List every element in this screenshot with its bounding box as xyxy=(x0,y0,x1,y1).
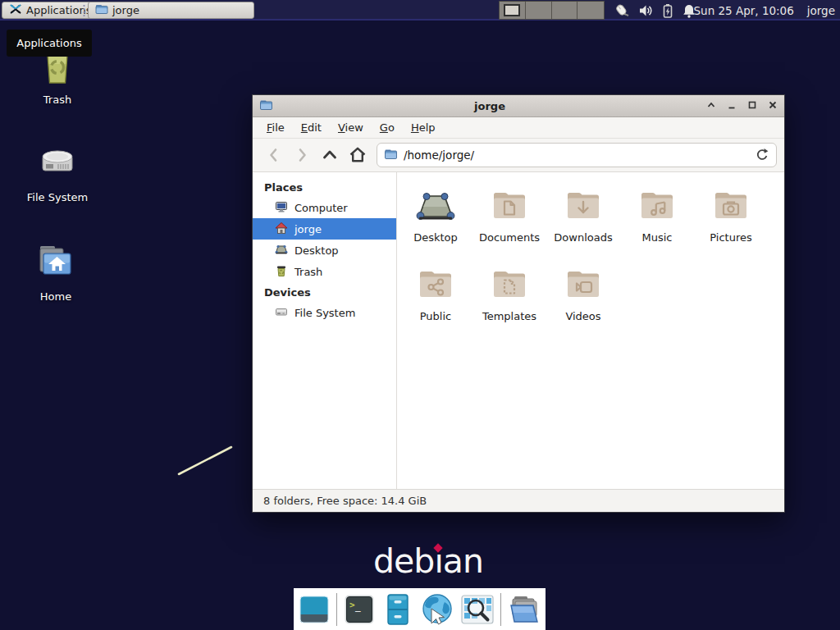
folder-videos-icon xyxy=(562,264,605,306)
sidebar: Places Computer xyxy=(253,172,397,489)
sidebar-item-jorge[interactable]: jorge xyxy=(253,218,396,240)
app-finder-launcher[interactable] xyxy=(460,592,495,627)
home-folder-icon xyxy=(34,241,77,285)
debian-text-post: an xyxy=(443,541,483,581)
menu-file[interactable]: File xyxy=(259,118,292,137)
sidebar-item-label: jorge xyxy=(294,223,322,235)
desktop-icon-label: Home xyxy=(40,290,71,303)
file-label: Pictures xyxy=(710,231,751,244)
show-desktop-icon xyxy=(298,593,331,626)
battery-tray-icon[interactable] xyxy=(662,3,673,21)
folder-documents-icon xyxy=(488,185,531,227)
file-item-downloads[interactable]: Downloads xyxy=(546,184,620,262)
taskbar-folder-icon xyxy=(95,2,108,18)
file-item-documents[interactable]: Documents xyxy=(472,184,546,262)
folder-icon xyxy=(507,593,541,626)
folder-pictures-icon xyxy=(710,185,752,227)
trash-icon xyxy=(275,264,288,280)
taskbar-window-button[interactable]: jorge xyxy=(88,2,254,19)
applications-tooltip: Applications xyxy=(7,30,92,57)
sidebar-item-label: Desktop xyxy=(294,244,339,257)
pager-window-thumb xyxy=(504,4,520,16)
desktop-icon xyxy=(414,185,457,227)
file-manager-launcher[interactable] xyxy=(381,592,414,627)
file-label: Music xyxy=(642,231,673,244)
file-item-music[interactable]: Music xyxy=(620,184,694,262)
sidebar-section-places: Places xyxy=(253,177,396,197)
folder-music-icon xyxy=(636,185,678,227)
top-panel: Applications jorge xyxy=(0,0,840,21)
file-item-public[interactable]: Public xyxy=(399,262,472,341)
app-finder-icon xyxy=(460,593,495,626)
maximize-button[interactable] xyxy=(747,100,757,112)
desktop-icon-file-system[interactable]: File System xyxy=(16,142,98,203)
workspace-3[interactable] xyxy=(552,2,578,19)
file-label: Desktop xyxy=(413,231,458,244)
up-button[interactable] xyxy=(316,143,344,167)
file-label: Public xyxy=(420,310,451,322)
file-cabinet-icon xyxy=(381,593,414,626)
workspace-pager[interactable] xyxy=(499,1,605,20)
mouse-tray-icon[interactable] xyxy=(614,2,630,21)
workspace-2[interactable] xyxy=(526,2,552,19)
xfce-logo-icon xyxy=(9,2,22,18)
directory-menu-button[interactable] xyxy=(507,592,541,627)
close-button[interactable] xyxy=(768,100,778,112)
menu-view[interactable]: View xyxy=(331,118,371,137)
web-browser-launcher[interactable] xyxy=(420,592,454,627)
file-item-pictures[interactable]: Pictures xyxy=(694,184,768,262)
path-bar[interactable]: /home/jorge/ xyxy=(377,143,777,167)
user-home-icon xyxy=(275,221,288,237)
tooltip-text: Applications xyxy=(16,37,81,49)
applications-menu-label: Applications xyxy=(26,4,91,16)
terminal-icon: > _ xyxy=(343,593,376,626)
computer-icon xyxy=(275,200,288,216)
sidebar-item-label: Trash xyxy=(294,266,322,278)
path-text[interactable]: /home/jorge/ xyxy=(404,148,749,162)
folder-templates-icon xyxy=(488,264,531,306)
sidebar-item-desktop[interactable]: Desktop xyxy=(253,240,396,261)
file-label: Videos xyxy=(565,310,600,322)
menu-go[interactable]: Go xyxy=(372,118,402,137)
menu-help[interactable]: Help xyxy=(404,118,443,137)
desktop-icon-label: File System xyxy=(27,191,88,203)
volume-tray-icon[interactable] xyxy=(638,3,654,21)
file-view[interactable]: Desktop Documents xyxy=(397,172,784,489)
shade-button[interactable] xyxy=(706,100,716,112)
folder-public-icon xyxy=(414,264,457,306)
workspace-4[interactable] xyxy=(578,2,604,19)
menu-edit[interactable]: Edit xyxy=(294,118,329,137)
forward-button[interactable] xyxy=(288,143,316,167)
workspace-1[interactable] xyxy=(500,2,526,19)
window-titlebar[interactable]: jorge xyxy=(253,95,784,117)
panel-separator xyxy=(83,4,85,16)
sidebar-item-file-system[interactable]: File System xyxy=(253,302,396,323)
folder-downloads-icon xyxy=(562,185,605,227)
sidebar-item-computer[interactable]: Computer xyxy=(253,197,396,218)
taskbar-window-label: jorge xyxy=(112,4,139,16)
desktop-icon-home[interactable]: Home xyxy=(15,241,97,303)
show-desktop-button[interactable] xyxy=(298,592,331,627)
back-button[interactable] xyxy=(260,143,288,167)
desktop-icon xyxy=(275,243,288,258)
file-item-desktop[interactable]: Desktop xyxy=(399,184,472,262)
file-label: Documents xyxy=(479,231,540,244)
path-folder-icon xyxy=(384,148,398,163)
sidebar-item-label: Computer xyxy=(294,202,348,214)
panel-clock[interactable]: Sun 25 Apr, 10:06 xyxy=(694,4,794,17)
window-title: jorge xyxy=(273,100,706,112)
file-item-videos[interactable]: Videos xyxy=(546,262,620,341)
reload-button[interactable] xyxy=(755,147,769,164)
toolbar: /home/jorge/ xyxy=(253,139,784,172)
hard-drive-icon xyxy=(275,305,288,321)
window-folder-icon xyxy=(259,98,273,114)
file-item-templates[interactable]: Templates xyxy=(472,262,546,341)
minimize-button[interactable] xyxy=(727,100,737,112)
dock-separator xyxy=(500,593,501,626)
terminal-launcher[interactable]: > _ xyxy=(343,592,376,627)
dock-separator xyxy=(336,593,337,626)
sidebar-item-trash[interactable]: Trash xyxy=(253,261,396,282)
sidebar-section-devices: Devices xyxy=(253,282,396,302)
menubar: File Edit View Go Help xyxy=(253,117,784,139)
home-button[interactable] xyxy=(344,143,372,167)
